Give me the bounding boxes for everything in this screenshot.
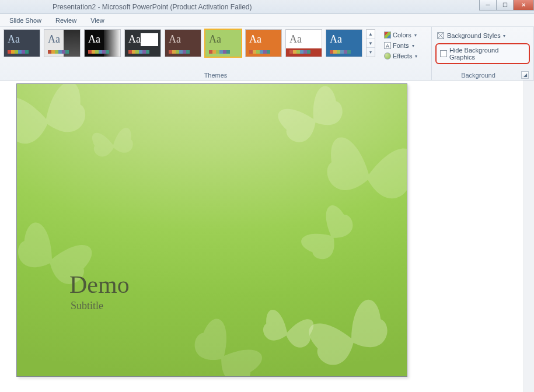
tab-view[interactable]: View [83, 15, 111, 26]
tab-review[interactable]: Review [48, 15, 83, 26]
butterfly-decoration [83, 115, 144, 176]
theme-swatches [169, 50, 190, 54]
theme-swatches [249, 50, 270, 54]
effects-icon [384, 52, 391, 60]
hide-background-graphics-checkbox[interactable]: Hide Background Graphics [435, 43, 530, 64]
theme-thumbnail-theme-9[interactable]: Aa [326, 29, 362, 57]
fonts-icon: A [384, 42, 391, 49]
theme-sample-text: Aa [249, 33, 261, 46]
colors-icon [384, 32, 391, 38]
theme-sample-text: Aa [48, 33, 60, 46]
theme-swatches [8, 50, 29, 54]
hide-bg-label: Hide Background Graphics [449, 47, 525, 61]
theme-sample-text: Aa [289, 33, 302, 46]
theme-options-column: Colors▾AFonts▾Effects▾ [382, 29, 419, 61]
theme-swatches [48, 50, 69, 54]
background-group: Background Styles ▾ Hide Background Grap… [432, 27, 534, 80]
colors-label: Colors [393, 32, 411, 38]
theme-sample-text: Aa [8, 33, 20, 46]
dropdown-icon: ▾ [414, 33, 417, 38]
fonts-button[interactable]: AFonts▾ [382, 41, 419, 50]
window-title: Presentation2 - Microsoft PowerPoint (Pr… [53, 3, 252, 11]
theme-thumbnail-theme-2[interactable]: Aa [44, 29, 81, 57]
maximize-button[interactable]: ☐ [496, 0, 514, 10]
themes-gallery-scroll[interactable]: ▲▼▾ [366, 29, 375, 57]
theme-swatches [128, 50, 149, 54]
theme-thumbnail-theme-1[interactable]: Aa [4, 29, 40, 57]
minimize-button[interactable]: ─ [479, 0, 497, 10]
close-button[interactable]: ✕ [513, 0, 534, 10]
dropdown-icon: ▾ [415, 54, 417, 59]
themes-group-label: Themes [4, 71, 428, 80]
theme-sample-text: Aa [330, 33, 342, 46]
theme-sample-text: Aa [209, 33, 221, 46]
scroll-up-icon[interactable]: ▲ [367, 30, 375, 39]
window-controls: ─ ☐ ✕ [480, 0, 534, 10]
theme-sample-text: Aa [88, 33, 100, 46]
background-styles-icon [437, 32, 445, 40]
slide-subtitle[interactable]: Subtitle [71, 300, 103, 312]
slide-workspace: Demo Subtitle [0, 80, 534, 392]
dropdown-icon: ▾ [412, 43, 414, 48]
effects-label: Effects [393, 52, 412, 60]
theme-thumbnail-theme-6[interactable]: Aa [205, 29, 242, 57]
slide-canvas[interactable]: Demo Subtitle [16, 83, 407, 377]
slide-title[interactable]: Demo [69, 271, 130, 299]
theme-sample-text: Aa [169, 33, 181, 46]
theme-thumbnail-theme-3[interactable]: Aa [84, 29, 121, 57]
theme-thumbnail-theme-7[interactable]: Aa [245, 29, 282, 57]
dropdown-icon: ▾ [503, 33, 505, 38]
background-styles-button[interactable]: Background Styles ▾ [435, 30, 530, 41]
checkbox-icon [440, 50, 447, 57]
theme-thumbnail-theme-4[interactable]: Aa [124, 29, 161, 57]
fonts-label: Fonts [393, 42, 409, 49]
theme-swatches [330, 50, 351, 54]
ribbon: AaAaAaAaAaAaAaAaAa▲▼▾Colors▾AFonts▾Effec… [0, 27, 534, 80]
theme-swatches [289, 50, 310, 54]
background-styles-label: Background Styles [447, 32, 501, 39]
theme-sample-text: Aa [128, 33, 141, 46]
vertical-scrollbar[interactable] [523, 80, 534, 392]
background-dialog-launcher[interactable]: ◢ [521, 71, 529, 79]
colors-button[interactable]: Colors▾ [382, 30, 419, 40]
theme-thumbnail-theme-5[interactable]: Aa [165, 29, 201, 57]
effects-button[interactable]: Effects▾ [382, 51, 419, 61]
theme-swatches [88, 50, 109, 54]
themes-group: AaAaAaAaAaAaAaAaAa▲▼▾Colors▾AFonts▾Effec… [0, 27, 432, 80]
scroll-down-icon[interactable]: ▼ [367, 39, 375, 48]
background-group-label: Background [435, 71, 521, 80]
ribbon-tabs: Slide Show Review View [0, 14, 534, 27]
theme-thumbnail-theme-8[interactable]: Aa [285, 29, 322, 57]
title-bar: Presentation2 - Microsoft PowerPoint (Pr… [0, 0, 534, 14]
tab-slide-show[interactable]: Slide Show [2, 15, 48, 26]
gallery-expand-icon[interactable]: ▾ [367, 48, 375, 57]
themes-gallery: AaAaAaAaAaAaAaAaAa▲▼▾Colors▾AFonts▾Effec… [4, 29, 428, 61]
theme-swatches [209, 50, 230, 54]
